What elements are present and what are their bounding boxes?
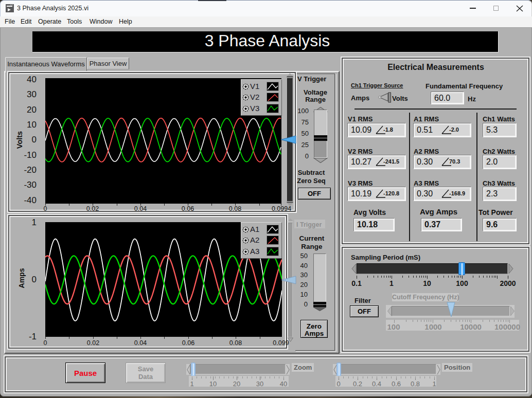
svg-text:70.3: 70.3	[449, 158, 460, 165]
svg-text:-2.0: -2.0	[449, 126, 459, 133]
svg-text:-1.8: -1.8	[383, 126, 393, 133]
svg-text:-241.5: -241.5	[383, 158, 399, 165]
svg-text:-168.9: -168.9	[449, 190, 465, 196]
svg-text:-120.8: -120.8	[383, 190, 399, 196]
